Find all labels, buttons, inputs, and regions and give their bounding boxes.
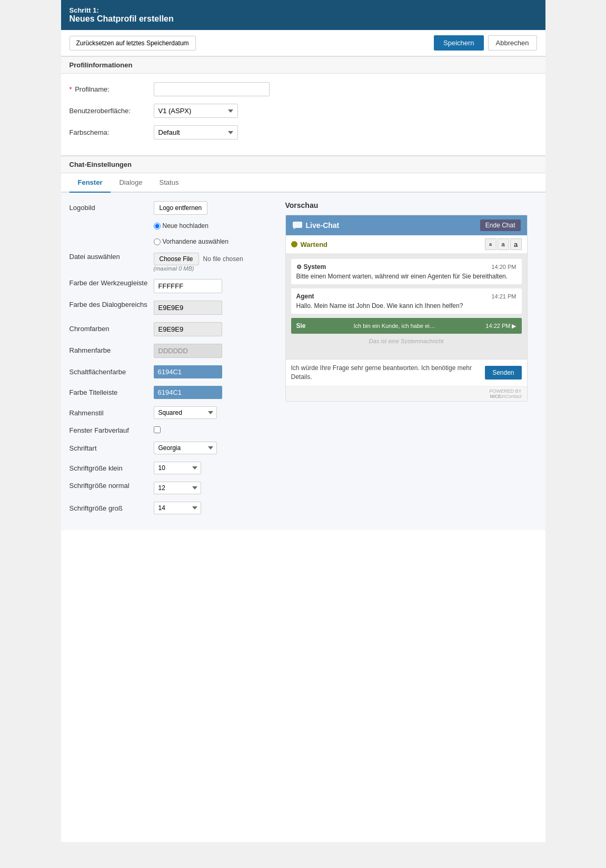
logo-remove-button[interactable]: Logo entfernen bbox=[154, 201, 208, 215]
status-indicator: Wartend bbox=[291, 241, 328, 248]
required-indicator: * bbox=[69, 85, 72, 93]
benutzer-label: Benutzeroberfläche: bbox=[69, 107, 154, 115]
profilname-input[interactable] bbox=[154, 82, 270, 96]
farbe-dialog-input[interactable]: E9E9E9 bbox=[154, 301, 222, 315]
two-column-layout: Logobild Logo entfernen Neue hochladen V… bbox=[69, 201, 537, 522]
chat-bubble-icon bbox=[292, 221, 303, 230]
farbe-werkzeug-input[interactable]: FFFFFF bbox=[154, 279, 222, 293]
schriftgroesse-normal-row: Schriftgröße normal 12 bbox=[69, 482, 270, 494]
upload-radio-group: Neue hochladen Vorhandene auswählen bbox=[154, 222, 270, 245]
titelleiste-label: Farbe Titelleiste bbox=[69, 386, 154, 396]
msg-system-header: ⚙ System 14:20 PM bbox=[296, 263, 516, 271]
tab-fenster[interactable]: Fenster bbox=[69, 173, 111, 193]
powered-by-text: POWERED BYNICEInContact bbox=[489, 388, 521, 399]
msg-user: Sie Ich bin ein Kunde, ich habe eine Fra… bbox=[291, 318, 522, 334]
page-title: Neues Chatprofil erstellen bbox=[69, 14, 537, 24]
schriftgroesse-klein-select[interactable]: 10 bbox=[154, 462, 201, 474]
msg-agent: Agent 14:21 PM Hallo. Mein Name ist John… bbox=[291, 288, 522, 314]
msg-system-time: 14:20 PM bbox=[491, 264, 516, 270]
radio-existing-input[interactable] bbox=[154, 238, 161, 245]
cancel-button[interactable]: Abbrechen bbox=[488, 35, 537, 51]
chat-section-header: Chat-Einstellungen bbox=[61, 156, 545, 173]
schriftart-row: Schriftart Georgia bbox=[69, 442, 270, 454]
schriftgroesse-normal-select[interactable]: 12 bbox=[154, 482, 201, 494]
chromfarben-input[interactable]: E9E9E9 bbox=[154, 322, 222, 336]
msg-user-time: 14:22 PM ▶ bbox=[485, 323, 516, 330]
choose-file-button[interactable]: Choose File bbox=[154, 253, 199, 265]
font-size-buttons: a a a bbox=[485, 238, 522, 250]
farbverlauf-label: Fenster Farbverlauf bbox=[69, 426, 154, 434]
profile-info: * Profilname: Benutzeroberfläche: V1 (AS… bbox=[61, 74, 545, 156]
schriftgroesse-klein-label: Schriftgröße klein bbox=[69, 462, 154, 472]
profile-section-header: Profilinformationen bbox=[61, 56, 545, 74]
preview-input-area: Ich würde Ihre Frage sehr gerne beantwor… bbox=[286, 359, 527, 386]
farbschema-row: Farbschema: Default bbox=[69, 125, 537, 139]
font-size-large-btn[interactable]: a bbox=[510, 238, 522, 250]
radio-new-input[interactable] bbox=[154, 223, 161, 230]
tab-bar: Fenster Dialoge Status bbox=[61, 173, 545, 193]
gear-icon: ⚙ bbox=[296, 264, 302, 271]
preview-chat-header: Live-Chat Ende Chat bbox=[286, 215, 527, 235]
schaltflaechen-input[interactable]: 6194C1 bbox=[154, 365, 222, 378]
rahmenstil-select[interactable]: Squared bbox=[154, 406, 217, 419]
farbe-dialog-row: Farbe des Dialogbereichs E9E9E9 bbox=[69, 301, 270, 315]
svg-rect-0 bbox=[293, 222, 302, 228]
radio-existing-label[interactable]: Vorhandene auswählen bbox=[154, 238, 229, 245]
titelleiste-row: Farbe Titelleiste 6194C1 bbox=[69, 386, 270, 399]
msg-system-sender-text: System bbox=[304, 263, 326, 271]
save-button[interactable]: Speichern bbox=[434, 35, 484, 51]
msg-system-sender: ⚙ System bbox=[296, 263, 326, 271]
schaltflaechen-label: Schaltflächenfarbe bbox=[69, 365, 154, 376]
tab-content-fenster: Logobild Logo entfernen Neue hochladen V… bbox=[61, 193, 545, 530]
benutzer-select[interactable]: V1 (ASPX) bbox=[154, 104, 238, 118]
preview-column: Vorschau Live-Chat bbox=[285, 201, 528, 522]
profilname-row: * Profilname: bbox=[69, 82, 537, 96]
schriftgroesse-normal-label: Schriftgröße normal bbox=[69, 482, 154, 490]
msg-agent-header: Agent 14:21 PM bbox=[296, 293, 516, 300]
settings-column: Logobild Logo entfernen Neue hochladen V… bbox=[69, 201, 270, 522]
end-chat-button[interactable]: Ende Chat bbox=[480, 220, 521, 231]
chromfarben-row: Chromfarben E9E9E9 bbox=[69, 322, 270, 336]
benutzer-row: Benutzeroberfläche: V1 (ASPX) bbox=[69, 104, 537, 118]
rahmenfarbe-input[interactable]: DDDDDD bbox=[154, 344, 222, 358]
farbverlauf-checkbox[interactable] bbox=[154, 426, 161, 433]
farbverlauf-checkbox-row bbox=[154, 426, 161, 433]
datei-row: Datei auswählen Choose File No file chos… bbox=[69, 253, 270, 272]
msg-agent-time: 14:21 PM bbox=[491, 293, 516, 300]
font-size-medium-btn[interactable]: a bbox=[498, 238, 509, 250]
file-upload-area: Choose File No file chosen (maximal 0 MB… bbox=[154, 253, 243, 272]
preview-panel: Live-Chat Ende Chat Wartend a a bbox=[285, 215, 528, 402]
preview-header-title: Live-Chat bbox=[292, 221, 340, 230]
preview-chat-title: Live-Chat bbox=[306, 221, 340, 230]
rahmenfarbe-label: Rahmenfarbe bbox=[69, 344, 154, 354]
radio-new-text: Neue hochladen bbox=[163, 222, 208, 230]
preview-status-bar: Wartend a a a bbox=[286, 235, 527, 254]
farbverlauf-row: Fenster Farbverlauf bbox=[69, 426, 270, 434]
farbschema-label: Farbschema: bbox=[69, 128, 154, 136]
preview-label: Vorschau bbox=[285, 201, 528, 209]
svg-marker-1 bbox=[293, 228, 296, 230]
tab-status[interactable]: Status bbox=[151, 173, 187, 193]
font-size-small-btn[interactable]: a bbox=[485, 238, 496, 250]
status-text: Wartend bbox=[301, 241, 328, 248]
reset-button[interactable]: Zurücksetzen auf letztes Speicherdatum bbox=[69, 36, 196, 51]
msg-agent-sender: Agent bbox=[296, 293, 314, 300]
rahmenfarbe-row: Rahmenfarbe DDDDDD bbox=[69, 344, 270, 358]
rahmenstil-label: Rahmenstil bbox=[69, 406, 154, 417]
farbe-werkzeug-row: Farbe der Werkzeugleiste FFFFFF bbox=[69, 279, 270, 293]
radio-new-label[interactable]: Neue hochladen bbox=[154, 222, 208, 230]
titelleiste-input[interactable]: 6194C1 bbox=[154, 386, 222, 399]
farbschema-select[interactable]: Default bbox=[154, 125, 238, 139]
upload-radio-spacer bbox=[69, 222, 154, 225]
tab-dialoge[interactable]: Dialoge bbox=[111, 173, 151, 193]
msg-user-sender: Sie bbox=[296, 322, 306, 330]
farbe-werkzeug-label: Farbe der Werkzeugleiste bbox=[69, 279, 154, 287]
schriftgroesse-klein-row: Schriftgröße klein 10 bbox=[69, 462, 270, 474]
farbe-dialog-label: Farbe des Dialogbereichs bbox=[69, 301, 154, 308]
rahmenstil-row: Rahmenstil Squared bbox=[69, 406, 270, 419]
schriftart-select[interactable]: Georgia bbox=[154, 442, 217, 454]
schriftgroesse-gross-select[interactable]: 14 bbox=[154, 502, 201, 514]
action-buttons: Speichern Abbrechen bbox=[434, 35, 537, 51]
send-button[interactable]: Senden bbox=[485, 366, 521, 380]
profilname-label: * Profilname: bbox=[69, 85, 154, 93]
